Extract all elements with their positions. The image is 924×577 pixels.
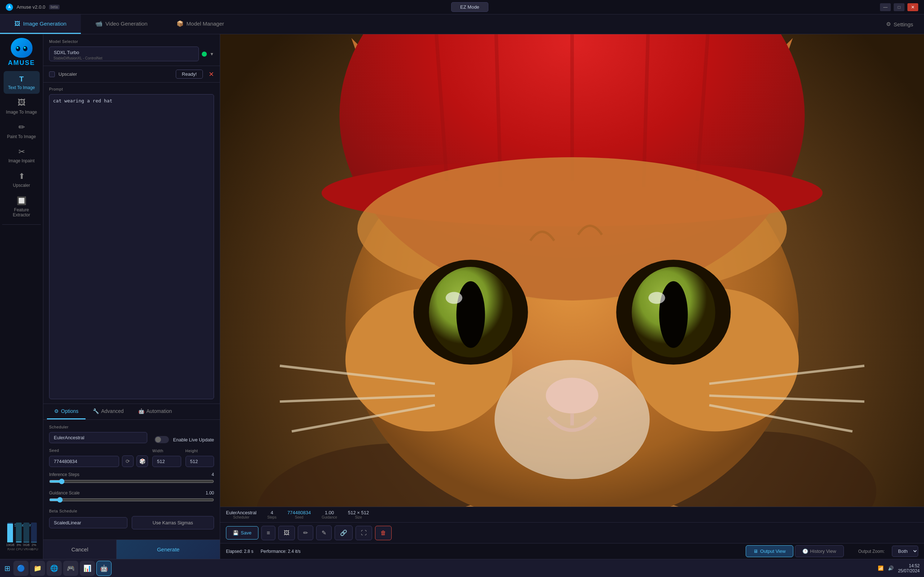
guidance-scale-slider[interactable] [49,497,214,503]
save-button[interactable]: 💾 Save [226,526,258,540]
cancel-button[interactable]: Cancel [43,540,116,559]
width-select[interactable]: 512 [152,456,181,467]
taskbar-app-store[interactable]: 🎮 [63,561,78,576]
karras-sigmas-label: Use Karras Sigmas [153,520,193,525]
start-button[interactable]: ⊞ [4,564,10,573]
model-row: SDXL Turbo StableDiffusionXL - ControlNe… [49,47,214,61]
taskbar-right: 📶 🔊 14:52 25/07/2024 [878,563,920,574]
upscaler-label: Upscaler [58,71,77,77]
advanced-tab-icon: 🔧 [93,408,99,414]
logo-eyes [16,46,27,51]
maximize-button[interactable]: □ [894,3,905,11]
minimize-button[interactable]: — [880,3,891,11]
tab-model-manager[interactable]: 📦 Model Manager [162,15,239,34]
main-content: AMUSE T Text To Image 🖼 Image To Image ✏… [0,34,924,559]
sidebar-divider [2,224,41,225]
tab-automation[interactable]: 🤖 Automation [131,404,179,419]
pen-button[interactable]: ✏ [298,525,313,540]
inference-steps-header: Inference Steps 4 [49,472,214,477]
prompt-textarea[interactable]: cat wearing a red hat [49,94,214,399]
image-action-button[interactable]: 🖼 [278,526,295,540]
tab-image-generation[interactable]: 🖼 Image Generation [0,15,81,34]
live-update-label: Enable Live Update [173,437,214,443]
sidebar-item-image-to-image[interactable]: 🖼 Image To Image [3,95,40,118]
steps-sub: Steps [267,515,277,519]
seed-dim-row: Seed ⟳ 🎲 Width 512 Height 5 [49,448,214,467]
width-col: Width 512 [152,449,181,467]
vram-bar-col: 0GB VRAM [23,522,30,551]
taskbar-app-files[interactable]: 📁 [30,561,45,576]
history-view-label: History View [810,548,836,554]
sidebar-item-text-to-image[interactable]: T Text To Image [3,71,40,94]
settings-button[interactable]: ⚙ Settings [875,15,924,34]
karras-sigmas-button[interactable]: Use Karras Sigmas [132,516,215,529]
beta-schedule-label: Beta Schedule [49,509,214,513]
edit-button[interactable]: ✎ [316,525,332,540]
guidance-scale-label: Guidance Scale [49,490,206,495]
live-update-toggle[interactable] [155,436,169,443]
pen-icon: ✏ [303,530,308,536]
logo-eye-right [23,46,27,51]
link-button[interactable]: 🔗 [334,525,353,540]
model-dropdown-icon: ▼ [210,52,214,56]
scheduler-sub: Scheduler [233,515,249,519]
seed-reset-button[interactable]: ⟳ [122,456,134,467]
sidebar-item-label: Feature Extractor [6,207,37,218]
settings-icon: ⚙ [886,21,891,27]
ready-button[interactable]: Ready! [176,69,203,79]
seed-info: 774480834 Seed [287,510,311,519]
beta-schedule-controls: ScaledLinear Use Karras Sigmas [49,516,214,529]
upscaler-checkbox[interactable] [49,71,55,77]
vram-pct: 0GB [23,543,30,547]
taskbar-clock: 14:52 25/07/2024 [898,563,920,574]
title-bar-left: A Amuse v2.0.0 beta [6,3,60,11]
model-selector-label: Model Selector [49,39,214,44]
taskbar-app-office[interactable]: 📊 [80,561,95,576]
save-label: Save [241,530,252,535]
generate-button[interactable]: Generate [116,540,220,559]
zoom-select[interactable]: Both [892,546,918,557]
sidebar-item-image-inpaint[interactable]: ✂ Image Inpaint [3,143,40,167]
seed-input[interactable] [49,456,119,467]
beta-schedule-select[interactable]: ScaledLinear [49,517,128,528]
beta-schedule-row: Beta Schedule ScaledLinear Use Karras Si… [49,509,214,529]
inference-steps-label: Inference Steps [49,472,212,477]
sidebar-item-feature-extractor[interactable]: 🔲 Feature Extractor [3,193,40,221]
options-tab-label: Options [61,408,78,414]
title-bar: A Amuse v2.0.0 beta EZ Mode — □ ✕ [0,0,924,15]
taskbar-app-amuse[interactable]: 🤖 [96,561,111,576]
model-manager-icon: 📦 [176,20,184,27]
image-actions-bar: 💾 Save ≡ 🖼 ✏ ✎ 🔗 ⛶ 🗑 [220,522,924,543]
window-controls: — □ ✕ [880,3,918,11]
ez-mode-button[interactable]: EZ Mode [451,2,488,12]
taskbar-app-browser[interactable]: 🔵 [13,561,29,576]
scheduler-select[interactable]: EulerAncestral [49,432,147,443]
seed-input-row: ⟳ 🎲 [49,456,148,467]
tab-advanced[interactable]: 🔧 Advanced [86,404,131,419]
ram-bar-col: 19GB RAM [6,522,15,551]
inference-steps-slider[interactable] [49,479,214,484]
align-button[interactable]: ≡ [261,526,275,540]
tab-options[interactable]: ⚙ Options [47,404,86,419]
output-view-button[interactable]: 🖥 Output View [746,545,793,557]
height-select[interactable]: 512 [186,456,215,467]
tab-video-generation[interactable]: 📹 Video Generation [81,15,162,34]
upscaler-close-icon[interactable]: ✕ [208,70,214,78]
sidebar-item-label: Image To Image [6,110,37,115]
history-view-button[interactable]: 🕐 History View [795,545,844,557]
taskbar-app-edge[interactable]: 🌐 [47,561,62,576]
delete-button[interactable]: 🗑 [375,526,392,540]
sidebar-item-upscaler[interactable]: ⬆ Upscaler [3,168,40,192]
system-bars: 19GB RAM 3% CPU 0GB VRAM [3,529,40,551]
image-display [220,34,924,507]
seed-sub: Seed [295,515,303,519]
advanced-tab-label: Advanced [101,408,123,414]
seed-random-button[interactable]: 🎲 [136,456,148,467]
close-button[interactable]: ✕ [908,3,918,11]
svg-point-22 [659,281,688,348]
sidebar-item-paint-to-image[interactable]: ✏ Paint To Image [3,119,40,143]
tab-image-generation-label: Image Generation [23,21,66,27]
prompt-label: Prompt [49,87,214,91]
performance-value: 2.4 it/s [288,549,300,554]
expand-button[interactable]: ⛶ [355,526,372,540]
